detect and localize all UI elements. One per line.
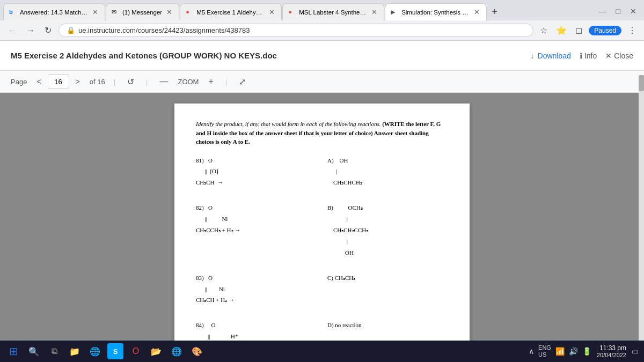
refresh-button[interactable]: ↺ xyxy=(124,76,137,88)
paused-badge: Paused xyxy=(589,26,621,35)
tab-title-4: MSL Labster 4 Synthesis of Aspir xyxy=(299,9,367,16)
download-icon: ↓ xyxy=(531,51,535,60)
tab-title-1: Answered: 14.3 Matching Questi xyxy=(20,9,88,16)
chevron-up-icon[interactable]: ∧ xyxy=(529,347,534,356)
answer-A: A) OH | CH₃CHCH₃ xyxy=(327,155,448,189)
task-view-icon[interactable]: ⧉ xyxy=(46,343,62,359)
header-actions: ↓ Download ℹ Info ✕ Close xyxy=(531,51,633,60)
page-number-input[interactable] xyxy=(48,74,69,89)
document-area: Identify the product, if any, that would… xyxy=(0,93,644,358)
office-icon[interactable]: O xyxy=(128,343,144,359)
reaction-82: 82) O || Ni CH₃CCH₃ + H₂ → xyxy=(196,202,317,258)
wifi-icon[interactable]: 📶 xyxy=(555,347,565,356)
window-restore-button[interactable]: □ xyxy=(612,6,625,17)
reaction-81: 81) O || [O] CH₃CH → xyxy=(196,155,317,189)
address-bar-row: ← → ↻ 🔒 ue.instructure.com/courses/24423… xyxy=(0,20,644,41)
page-label: Page xyxy=(11,78,27,86)
browser-tab-1[interactable]: b Answered: 14.3 Matching Questi ✕ xyxy=(3,3,105,20)
close-doc-button[interactable]: ✕ Close xyxy=(605,51,633,60)
taskbar-left: ⊞ 🔍 ⧉ 📁 🌐 S O 📂 🌐 🎨 xyxy=(5,343,205,359)
fullscreen-button[interactable]: ⤢ xyxy=(236,76,249,88)
info-button[interactable]: ℹ Info xyxy=(580,51,597,60)
window-close-button[interactable]: ✕ xyxy=(626,6,641,17)
toolbar-separator-2: | xyxy=(146,78,148,86)
toolbar-separator-3: | xyxy=(225,78,227,86)
tab-favicon-2: ✉ xyxy=(112,9,119,16)
window-minimize-button[interactable]: — xyxy=(595,6,611,17)
back-button[interactable]: ← xyxy=(5,25,19,36)
answer-B: B) OCH₃ | CH₃CH₂CCH₃ | OH xyxy=(327,202,448,258)
next-page-button[interactable]: > xyxy=(72,76,83,87)
address-box[interactable]: 🔒 ue.instructure.com/courses/24423/assig… xyxy=(58,24,533,37)
extensions-icon[interactable]: ⭐ xyxy=(554,24,569,36)
answer-C: C) CH₃CH₃ xyxy=(327,272,448,306)
reaction-83: 83) O || Ni CH₃CH + H₂ → xyxy=(196,272,317,306)
tab-favicon-1: b xyxy=(9,9,17,16)
tab-title-2: (1) Messenger xyxy=(122,9,162,16)
browser-toolbar-icons: ☆ ⭐ ◻ Paused ⋮ xyxy=(538,24,639,36)
more-options-icon[interactable]: ⋮ xyxy=(626,24,639,36)
download-label: Download xyxy=(538,51,571,60)
info-icon: ℹ xyxy=(580,51,582,60)
folder-icon[interactable]: 📂 xyxy=(148,343,164,359)
page-navigation: < > xyxy=(33,74,83,89)
show-desktop-icon[interactable]: ▭ xyxy=(632,347,639,356)
address-text: ue.instructure.com/courses/24423/assignm… xyxy=(78,26,525,34)
tab-close-2[interactable]: ✕ xyxy=(165,8,173,16)
doc-title: M5 Exercise 2 Aldehydes and Ketones (GRO… xyxy=(11,51,277,60)
browser-tab-4[interactable]: ● MSL Labster 4 Synthesis of Aspir ✕ xyxy=(282,3,384,20)
reload-button[interactable]: ↻ xyxy=(42,24,54,36)
start-button[interactable]: ⊞ xyxy=(5,343,21,359)
clock-time: 11:33 pm xyxy=(597,344,626,352)
tab-title-3: M5 Exercise 1 Aldehydes and Ke xyxy=(196,9,265,16)
clock-date: 20/04/2022 xyxy=(597,352,626,358)
bookmark-icon[interactable]: ☆ xyxy=(538,24,550,36)
skype-icon[interactable]: S xyxy=(107,343,123,359)
scroll-thumb[interactable] xyxy=(639,75,644,91)
zoom-in-button[interactable]: + xyxy=(205,76,216,87)
tab-close-5[interactable]: ✕ xyxy=(473,8,481,16)
language-indicator[interactable]: ENGUS xyxy=(538,344,551,358)
doc-toolbar: Page < > of 16 | ↺ | — ZOOM + | ⤢ xyxy=(0,71,644,93)
app-header: M5 Exercise 2 Aldehydes and Ketones (GRO… xyxy=(0,41,644,71)
chrome-icon[interactable]: 🌐 xyxy=(169,343,185,359)
browser-tab-5[interactable]: ▶ Simulation: Synthesis of Aspirin ✕ xyxy=(385,3,487,20)
profile-icon[interactable]: ◻ xyxy=(573,24,584,36)
tab-favicon-4: ● xyxy=(288,9,296,16)
browser-tab-3[interactable]: ● M5 Exercise 1 Aldehydes and Ke ✕ xyxy=(180,3,282,20)
search-taskbar-icon[interactable]: 🔍 xyxy=(26,343,42,359)
doc-instructions: Identify the product, if any, that would… xyxy=(196,120,448,146)
taskbar: ⊞ 🔍 ⧉ 📁 🌐 S O 📂 🌐 🎨 ∧ ENGUS 📶 🔊 🔋 11:33 … xyxy=(0,341,644,362)
volume-icon[interactable]: 🔊 xyxy=(569,347,578,356)
toolbar-separator-1: | xyxy=(114,78,115,86)
edge-icon[interactable]: 🌐 xyxy=(87,343,103,359)
taskbar-right: ∧ ENGUS 📶 🔊 🔋 11:33 pm 20/04/2022 ▭ xyxy=(529,344,639,358)
download-button[interactable]: ↓ Download xyxy=(531,51,571,60)
document-page: Identify the product, if any, that would… xyxy=(174,104,470,358)
forward-button[interactable]: → xyxy=(24,25,38,36)
scrollbar[interactable] xyxy=(639,75,644,341)
close-doc-icon: ✕ xyxy=(605,51,612,60)
tab-favicon-3: ● xyxy=(186,9,193,16)
file-explorer-icon[interactable]: 📁 xyxy=(67,343,83,359)
new-tab-button[interactable]: + xyxy=(487,4,502,20)
info-label: Info xyxy=(584,51,597,60)
prev-page-button[interactable]: < xyxy=(33,76,44,87)
system-tray: ∧ ENGUS 📶 🔊 🔋 xyxy=(529,344,591,358)
zoom-out-button[interactable]: — xyxy=(156,76,171,87)
tab-favicon-5: ▶ xyxy=(391,9,398,16)
tab-close-3[interactable]: ✕ xyxy=(268,8,276,16)
tab-close-4[interactable]: ✕ xyxy=(370,8,378,16)
zoom-label: ZOOM xyxy=(178,78,199,86)
paint-icon[interactable]: 🎨 xyxy=(189,343,205,359)
total-pages: of 16 xyxy=(90,78,105,86)
tab-title-5: Simulation: Synthesis of Aspirin xyxy=(401,9,470,16)
close-doc-label: Close xyxy=(614,51,633,60)
battery-icon[interactable]: 🔋 xyxy=(582,347,591,356)
lock-icon: 🔒 xyxy=(67,26,75,34)
tab-close-1[interactable]: ✕ xyxy=(91,8,99,16)
browser-tab-2[interactable]: ✉ (1) Messenger ✕ xyxy=(106,3,179,20)
clock[interactable]: 11:33 pm 20/04/2022 xyxy=(597,344,626,358)
